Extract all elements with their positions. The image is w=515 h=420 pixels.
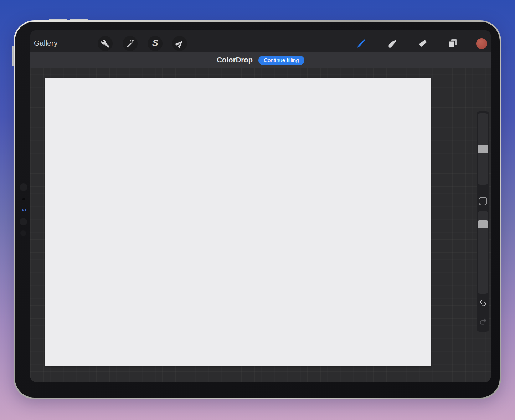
magic-wand-icon [126, 39, 135, 48]
smudge-icon [386, 38, 398, 49]
eraser-icon [417, 38, 428, 49]
opacity-handle[interactable] [478, 220, 488, 228]
drawing-canvas[interactable] [45, 78, 431, 366]
brush-size-handle[interactable] [478, 145, 488, 153]
transform-button[interactable] [172, 36, 187, 51]
gallery-button[interactable]: Gallery [34, 30, 58, 52]
adjustments-button[interactable] [123, 36, 138, 51]
camera-sensor-dot [22, 198, 25, 200]
colordrop-banner: ColorDrop Continue filling [30, 52, 491, 68]
front-camera [20, 183, 27, 191]
redo-icon [479, 318, 487, 326]
redo-button[interactable] [479, 318, 487, 326]
layers-button[interactable] [447, 37, 459, 50]
smudge-tool-button[interactable] [386, 37, 398, 50]
camera-indicator-dot [22, 209, 24, 211]
brush-icon [356, 38, 367, 49]
brush-tool-button[interactable] [355, 37, 367, 50]
undo-icon [479, 299, 487, 308]
color-swatch-button[interactable] [476, 38, 487, 49]
actions-button[interactable] [98, 36, 113, 51]
modify-button[interactable] [479, 197, 487, 205]
eraser-tool-button[interactable] [417, 37, 429, 50]
top-toolbar: Gallery S [30, 30, 491, 52]
sidebar-controls [477, 111, 489, 332]
camera-sensor [20, 218, 27, 225]
app-screen: Gallery S [30, 30, 491, 382]
undo-button[interactable] [479, 299, 487, 308]
selection-button[interactable]: S [148, 36, 163, 51]
selection-icon: S [151, 39, 159, 48]
continue-filling-button[interactable]: Continue filling [258, 56, 304, 65]
camera-sensor [20, 230, 26, 236]
camera-indicator-dot [25, 209, 26, 211]
layers-icon [447, 38, 458, 49]
colordrop-title: ColorDrop [217, 56, 253, 64]
transform-arrow-icon [175, 39, 184, 48]
wrench-icon [101, 39, 110, 48]
desktop-background: Gallery S [0, 0, 515, 420]
